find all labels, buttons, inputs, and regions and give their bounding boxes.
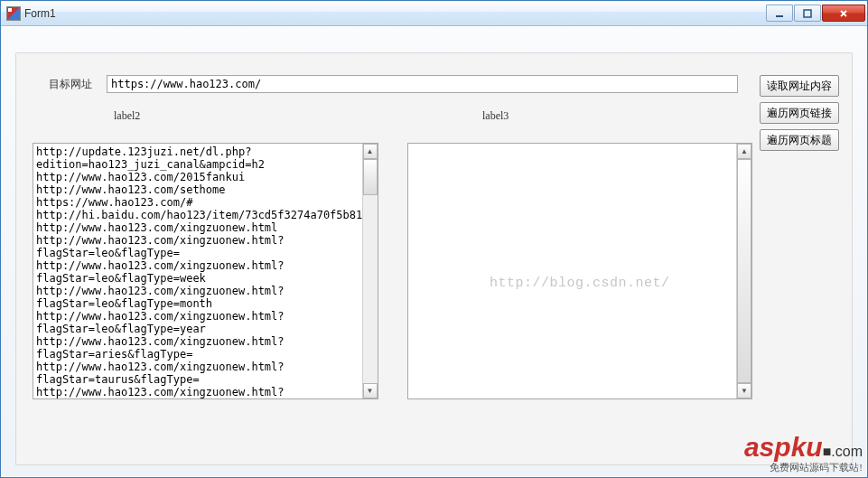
scroll-up-icon[interactable]: ▲ [737, 144, 751, 159]
window-controls [765, 5, 865, 22]
traverse-links-button[interactable]: 遍历网页链接 [760, 102, 839, 124]
target-url-input[interactable] [107, 75, 738, 93]
action-button-group: 读取网址内容 遍历网页链接 遍历网页标题 [760, 75, 839, 151]
links-output-wrap: ▲ ▼ [33, 143, 378, 399]
svg-rect-0 [776, 15, 783, 17]
target-url-label: 目标网址 [49, 77, 107, 92]
titles-output-wrap: ▲ ▼ [407, 143, 753, 399]
close-button[interactable] [822, 5, 865, 22]
scrollbar-right[interactable]: ▲ ▼ [736, 144, 751, 398]
scrollbar-left[interactable]: ▲ ▼ [362, 144, 378, 398]
scroll-track[interactable] [737, 159, 751, 383]
scroll-up-icon[interactable]: ▲ [363, 144, 378, 159]
scroll-thumb[interactable] [737, 159, 751, 383]
url-row: 目标网址 [49, 75, 745, 93]
titles-output[interactable] [408, 144, 737, 398]
maximize-button[interactable] [794, 5, 821, 22]
app-icon [6, 6, 21, 21]
content-panel: 目标网址 label2 label3 读取网址内容 遍历网页链接 遍历网页标题 … [15, 52, 853, 465]
svg-rect-1 [804, 10, 811, 17]
scroll-down-icon[interactable]: ▼ [737, 383, 751, 398]
traverse-titles-button[interactable]: 遍历网页标题 [760, 129, 839, 151]
titlebar[interactable]: Form1 [1, 1, 867, 26]
scroll-track[interactable] [363, 159, 378, 383]
minimize-button[interactable] [766, 5, 793, 22]
placeholder-row: label2 label3 [114, 109, 745, 123]
label3-placeholder: label3 [482, 109, 509, 123]
results-area: ▲ ▼ ▲ ▼ [33, 143, 752, 399]
client-area: 目标网址 label2 label3 读取网址内容 遍历网页链接 遍历网页标题 … [1, 26, 867, 477]
window-title: Form1 [24, 7, 765, 20]
scroll-thumb[interactable] [363, 159, 378, 195]
read-url-button[interactable]: 读取网址内容 [760, 75, 839, 97]
scroll-down-icon[interactable]: ▼ [363, 383, 378, 398]
links-output[interactable] [33, 144, 362, 398]
application-window: Form1 目标网址 label2 label3 [0, 0, 868, 478]
label2-placeholder: label2 [114, 109, 482, 123]
